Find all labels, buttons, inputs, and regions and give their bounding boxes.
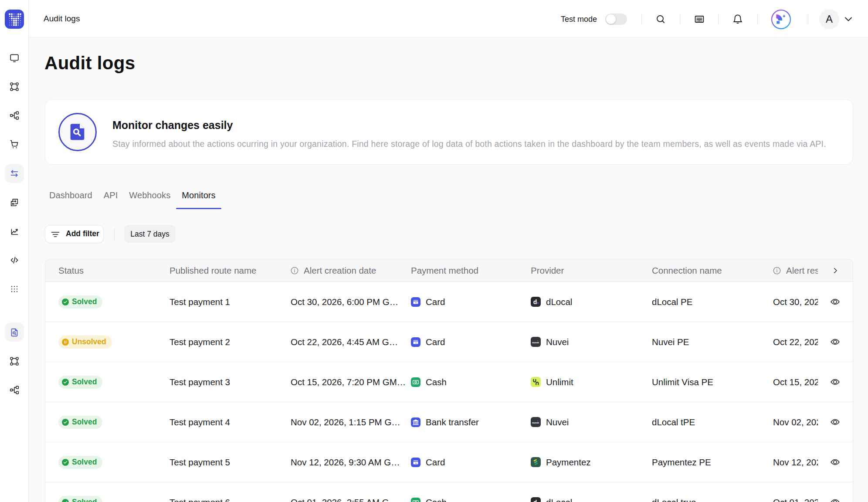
svg-text:nuvei: nuvei (532, 421, 539, 424)
svg-text:d: d (533, 298, 537, 305)
svg-text:d: d (533, 499, 537, 502)
svg-text:nuvei: nuvei (532, 341, 539, 344)
